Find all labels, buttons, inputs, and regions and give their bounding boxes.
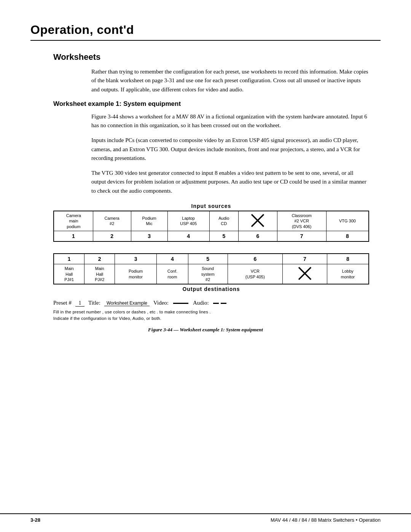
output-destinations-label: Output destinations (53, 286, 369, 292)
subsection-title: Worksheet example 1: System equipment (53, 100, 381, 108)
footer-title: MAV 44 / 48 / 84 / 88 Matrix Switchers •… (271, 517, 381, 523)
output-num-2: 2 (84, 254, 115, 264)
output-label-2: MainHallPJ#2 (84, 264, 115, 284)
preset-number: 1 (75, 300, 84, 307)
output-label-5: Soundsystem#2 (188, 264, 228, 284)
input-label-4: LaptopUSP 405 (167, 211, 209, 231)
fill-text-line-2: Indicate if the configuration is for Vid… (53, 315, 358, 322)
intro-paragraph: Rather than trying to remember the confi… (91, 67, 369, 94)
input-num-3: 3 (131, 231, 167, 242)
preset-row: Preset # 1 Title: Worksheet Example Vide… (53, 300, 358, 307)
input-num-7: 7 (277, 231, 326, 242)
x-mark-icon (250, 213, 265, 228)
input-label-5: AudioCD (209, 211, 238, 231)
page-footer: 3-28 MAV 44 / 48 / 84 / 88 Matrix Switch… (0, 513, 411, 523)
output-label-4: Conf.room (157, 264, 188, 284)
audio-dash-1 (213, 303, 219, 304)
input-num-5: 5 (209, 231, 238, 242)
output-num-5: 5 (188, 254, 228, 264)
fill-text-line-1: Fill in the preset number , use colors o… (53, 309, 358, 315)
output-grid: 1 2 3 4 5 6 7 8 MainHallPJ#1 MainHallPJ#… (53, 253, 369, 284)
input-grid: Cameramainpodium Camera#2 PodiumMic Lapt… (53, 211, 369, 242)
figure-caption: Figure 3-44 — Worksheet example 1: Syste… (53, 327, 358, 333)
output-label-3: Podiummonitor (115, 264, 157, 284)
grid-spacer (53, 242, 369, 253)
output-label-1: MainHallPJ#1 (54, 264, 84, 284)
output-num-3: 3 (115, 254, 157, 264)
output-num-1: 1 (54, 254, 84, 264)
preset-label: Preset # (53, 300, 72, 306)
input-label-6 (238, 211, 277, 231)
footer-page-number: 3-28 (30, 517, 40, 523)
para1: Figure 3-44 shows a worksheet for a MAV … (91, 112, 369, 130)
output-num-6: 6 (228, 254, 282, 264)
input-num-1: 1 (54, 231, 93, 242)
input-label-7: Classroom#2 VCR(DVS 406) (277, 211, 326, 231)
output-label-8: Lobbymonitor (327, 264, 369, 284)
output-label-6: VCR(USP 405) (228, 264, 282, 284)
page-header: Operation, cont'd (30, 23, 381, 41)
audio-dash-2 (221, 303, 226, 304)
section-title: Worksheets (53, 52, 381, 62)
page: Operation, cont'd Worksheets Rather than… (0, 0, 411, 532)
output-num-7: 7 (283, 254, 327, 264)
video-line (172, 300, 189, 306)
para3: The VTG 300 video test generator connect… (91, 169, 369, 195)
output-label-7 (283, 264, 327, 284)
input-sources-label: Input sources (53, 203, 369, 209)
input-label-1: Cameramainpodium (54, 211, 93, 231)
output-num-4: 4 (157, 254, 188, 264)
preset-title-label: Title: (88, 300, 100, 306)
worksheets-section: Worksheets Rather than trying to remembe… (30, 52, 381, 333)
video-line-mark (173, 303, 188, 304)
input-num-row: 1 2 3 4 5 6 7 8 (54, 231, 369, 242)
preset-video-label: Video: (153, 300, 169, 306)
output-num-8: 8 (327, 254, 369, 264)
input-label-3: PodiumMic (131, 211, 167, 231)
preset-title-value: Worksheet Example (104, 300, 150, 306)
fill-text: Fill in the preset number , use colors o… (53, 309, 358, 321)
input-label-2: Camera#2 (93, 211, 131, 231)
output-num-row: 1 2 3 4 5 6 7 8 (54, 254, 369, 264)
x-mark-output-icon (297, 266, 312, 281)
audio-dashes (213, 300, 227, 306)
page-title: Operation, cont'd (30, 23, 381, 37)
input-num-6: 6 (238, 231, 277, 242)
input-label-row: Cameramainpodium Camera#2 PodiumMic Lapt… (54, 211, 369, 231)
diagram: Input sources Cameramainpodium Camera#2 … (53, 203, 369, 292)
input-num-4: 4 (167, 231, 209, 242)
output-label-row: MainHallPJ#1 MainHallPJ#2 Podiummonitor … (54, 264, 369, 284)
input-num-2: 2 (93, 231, 131, 242)
preset-audio-label: Audio: (193, 300, 209, 306)
input-num-8: 8 (326, 231, 369, 242)
input-label-8: VTG 300 (326, 211, 369, 231)
para2: Inputs include PCs (scan converted to co… (91, 136, 369, 163)
